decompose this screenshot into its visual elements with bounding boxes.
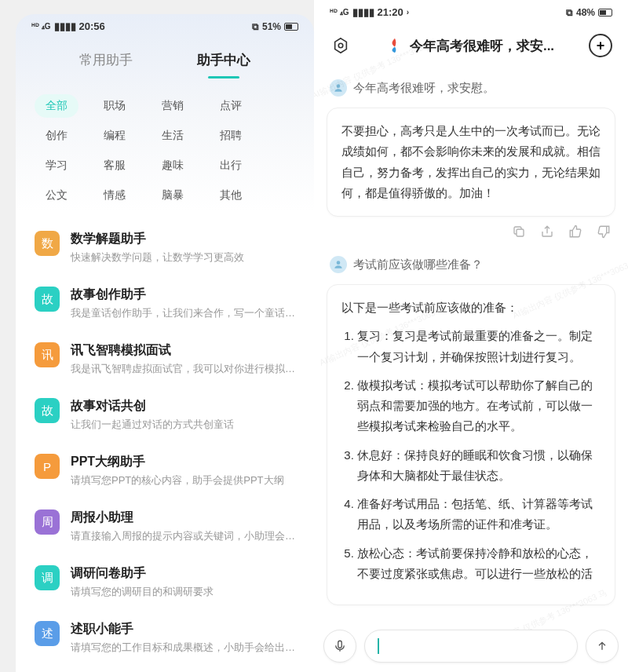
list-item: 休息好：保持良好的睡眠和饮食习惯，以确保身体和大脑都处于最佳状态。 [357,445,601,487]
assistant-title: 故事对话共创 [71,398,295,415]
filter-chip[interactable]: 生活 [151,124,195,148]
chat-title-text: 今年高考很难呀，求安... [410,37,554,55]
assistant-list: 数 数学解题助手 快速解决数学问题，让数学学习更高效 故 故事创作助手 我是童话… [16,220,314,672]
share-icon[interactable] [540,225,554,242]
assistant-badge-icon: 故 [35,287,60,312]
assistant-item[interactable]: 创 创意商业文案 填写商业领域及个人群体，助手为你设计商业文案 [28,666,301,672]
chat-input-bar [323,630,619,663]
assistant-badge-icon: 周 [35,509,60,535]
voice-input-button[interactable] [323,630,356,663]
user-message-text: 考试前应该做哪些准备？ [353,257,483,272]
tab-0[interactable]: 常用助手 [79,51,133,79]
filter-chip[interactable]: 营销 [151,94,195,118]
settings-button[interactable] [330,35,352,57]
filter-chip[interactable]: 全部 [35,94,78,118]
signal-bars-icon: ▮▮▮▮ [54,20,76,32]
assistant-item[interactable]: 调 调研问卷助手 请填写您的调研目的和调研要求 [28,554,301,610]
user-message-text: 今年高考很难呀，求安慰。 [353,81,495,96]
chevron-icon: › [407,8,409,16]
assistant-badge-icon: 讯 [35,342,60,367]
battery-percent: 48% [576,7,595,18]
filter-chip[interactable]: 脑暴 [151,184,195,207]
assistant-item[interactable]: 周 周报小助理 请直接输入周报的提示内容或关键词，小助理会帮… [28,499,301,554]
status-bar: ᴴᴰ ₄G ▮▮▮▮ 21:20 › ⧉ 48% [314,0,628,21]
filter-chip[interactable]: 其他 [209,184,253,207]
filter-chip[interactable]: 客服 [93,154,137,177]
assistant-item[interactable]: 数 数学解题助手 快速解决数学问题，让数学学习更高效 [28,220,301,276]
filter-chip[interactable]: 出行 [209,154,253,177]
assistant-item[interactable]: 讯 讯飞智聘模拟面试 我是讯飞智聘虚拟面试官，我可以对你进行模拟面… [28,331,301,387]
filter-chip[interactable]: 点评 [209,94,253,118]
assistant-desc: 请填写您PPT的核心内容，助手会提供PPT大纲 [71,473,295,488]
assistant-item[interactable]: 故 故事创作助手 我是童话创作助手，让我们来合作，写一个童话故… [28,276,301,331]
assistant-title: 周报小助理 [71,509,295,526]
chat-header: 今年高考很难呀，求安... + [314,21,628,70]
assistant-item[interactable]: P PPT大纲助手 请填写您PPT的核心内容，助手会提供PPT大纲 [28,443,301,499]
battery-icon [284,23,298,31]
chat-body: AI输出内容 仅供参考 136***3063 马 AI输出内容 仅供参考 136… [314,70,628,616]
spark-logo-icon [386,37,403,54]
tab-1[interactable]: 助手中心 [197,51,250,79]
list-item: 做模拟考试：模拟考试可以帮助你了解自己的弱点和需要加强的地方。在考试前，可以做一… [357,375,601,437]
filter-chip[interactable]: 公文 [35,184,78,207]
filter-chip[interactable]: 学习 [35,154,78,177]
list-item: 复习：复习是考试前最重要的准备之一。制定一个复习计划，并确保按照计划进行复习。 [357,326,601,367]
thumbs-up-icon[interactable] [568,225,582,242]
assistant-item[interactable]: 述 述职小能手 请填写您的工作目标和成果概述，小助手会给出供… [28,610,301,666]
filter-chip[interactable]: 创作 [35,124,78,148]
svg-point-4 [337,261,341,265]
bot-message: 不要担心，高考只是人生中的一次考试而已。无论成绩如何，都不会影响你未来的发展和成… [327,108,615,217]
filter-chip[interactable]: 招聘 [209,124,253,148]
user-message: 今年高考很难呀，求安慰。 [330,79,612,97]
assistant-badge-icon: 述 [35,621,60,646]
user-avatar-icon [330,256,347,273]
assistant-title: 述职小能手 [71,621,295,637]
network-indicator: ᴴᴰ ₄G [31,22,51,31]
list-item: 准备好考试用品：包括笔、纸、计算器等考试用品，以及考场所需的证件和准考证。 [357,494,601,535]
svg-rect-5 [338,641,342,648]
chat-title: 今年高考很难呀，求安... [386,37,554,55]
main-tabs: 常用助手助手中心 [16,35,314,79]
thumbs-down-icon[interactable] [597,225,611,242]
status-time: 20:56 [79,20,105,32]
assistant-title: 数学解题助手 [71,231,295,247]
assistant-desc: 让我们一起通过对话的方式共创童话 [71,418,295,432]
assistant-desc: 请填写您的工作目标和成果概述，小助手会给出供… [71,641,295,655]
assistant-title: 故事创作助手 [71,287,295,303]
filter-chip[interactable]: 情感 [93,184,137,207]
assistant-desc: 请直接输入周报的提示内容或关键词，小助理会帮… [71,529,295,543]
assistant-badge-icon: 调 [35,565,60,590]
svg-point-1 [338,43,343,48]
list-item: 放松心态：考试前要保持冷静和放松的心态，不要过度紧张或焦虑。可以进行一些放松的活 [357,543,601,585]
category-filters: 全部职场营销点评创作编程生活招聘学习客服趣味出行公文情感脑暴其他 [16,79,314,220]
signal-bars-icon: ▮▮▮▮ [352,6,374,18]
svg-rect-3 [517,229,524,236]
assistant-title: 讯飞智聘模拟面试 [71,342,295,359]
message-actions [327,217,615,247]
status-time: 21:20 [378,6,403,18]
message-input[interactable] [364,630,578,663]
assistant-desc: 快速解决数学问题，让数学学习更高效 [71,250,295,265]
assistant-badge-icon: 故 [35,398,60,423]
wifi-icon: ⧉ [252,21,259,32]
battery-icon [598,9,612,16]
filter-chip[interactable]: 趣味 [151,154,195,177]
copy-icon[interactable] [512,225,526,242]
network-indicator: ᴴᴰ ₄G [330,8,349,16]
battery-percent: 51% [262,21,281,32]
assistant-badge-icon: 数 [35,231,60,256]
bot-message: 以下是一些考试前应该做的准备：复习：复习是考试前最重要的准备之一。制定一个复习计… [327,284,615,605]
assistant-title: PPT大纲助手 [71,454,295,470]
status-bar: ᴴᴰ ₄G ▮▮▮▮ 20:56 ⧉ 51% [16,14,314,35]
assistant-desc: 请填写您的调研目的和调研要求 [71,585,295,599]
assistant-item[interactable]: 故 故事对话共创 让我们一起通过对话的方式共创童话 [28,387,301,443]
filter-chip[interactable]: 编程 [93,124,137,148]
filter-chip[interactable]: 职场 [93,94,137,118]
assistant-desc: 我是童话创作助手，让我们来合作，写一个童话故… [71,306,295,320]
svg-point-2 [337,84,341,88]
assistant-badge-icon: P [35,454,60,479]
bot-message-intro: 以下是一些考试前应该做的准备： [341,298,601,318]
send-button[interactable] [586,630,619,663]
new-chat-button[interactable]: + [589,34,612,57]
user-message: 考试前应该做哪些准备？ [330,256,612,273]
